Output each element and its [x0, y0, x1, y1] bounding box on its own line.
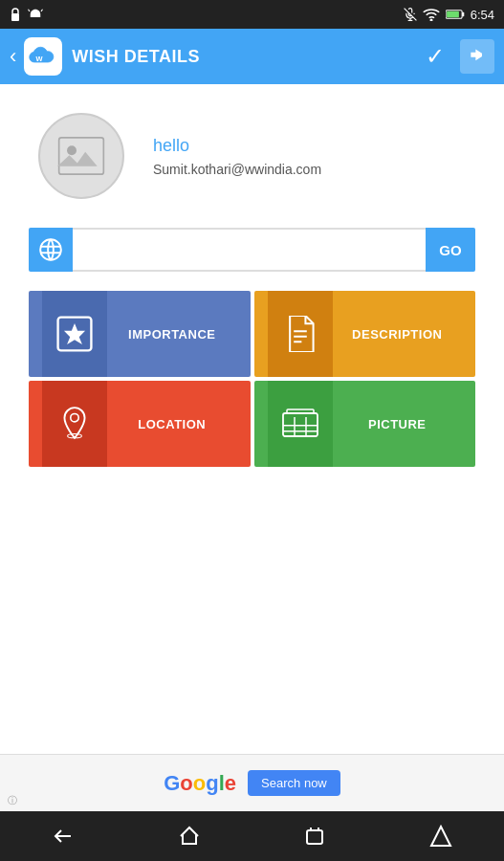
- globe-icon-container: [29, 228, 73, 272]
- picture-tile[interactable]: PICTURE: [254, 381, 476, 467]
- share-button[interactable]: [460, 39, 494, 74]
- profile-section: hello Sumit.kothari@wwindia.com: [0, 84, 504, 218]
- svg-rect-11: [447, 11, 459, 17]
- time-display: 6:54: [471, 8, 494, 22]
- location-icon-area: [42, 381, 107, 467]
- description-tile[interactable]: DESCRIPTION: [254, 291, 476, 377]
- profile-email: Sumit.kothari@wwindia.com: [153, 162, 321, 177]
- google-logo: Google: [164, 771, 236, 796]
- nav-home-button[interactable]: [159, 817, 220, 855]
- document-icon: [284, 316, 317, 352]
- android-icon: [27, 6, 44, 23]
- app-bar: ‹ w WISH DETAILS ✓: [0, 29, 504, 84]
- svg-rect-26: [287, 409, 314, 413]
- battery-icon: [446, 9, 465, 20]
- nav-recents-icon: [303, 825, 326, 848]
- location-label: LOCATION: [107, 417, 237, 431]
- ad-banner: ⓘ Google Search now: [0, 754, 504, 811]
- svg-line-4: [41, 10, 43, 11]
- check-button[interactable]: ✓: [426, 43, 445, 70]
- picture-icon-area: [268, 381, 333, 467]
- globe-icon: [38, 237, 63, 262]
- nav-menu-icon: [429, 825, 452, 848]
- nav-back-button[interactable]: [33, 817, 94, 855]
- svg-rect-31: [307, 830, 322, 844]
- location-tile[interactable]: LOCATION: [29, 381, 251, 467]
- svg-rect-13: [59, 138, 104, 174]
- description-label: DESCRIPTION: [333, 327, 463, 342]
- svg-text:w: w: [35, 54, 44, 63]
- back-button[interactable]: ‹: [10, 44, 16, 69]
- app-title: WISH DETAILS: [72, 47, 426, 67]
- svg-rect-10: [462, 12, 464, 16]
- svg-point-23: [71, 413, 78, 421]
- profile-name: hello: [153, 136, 321, 156]
- nav-back-icon: [52, 825, 75, 848]
- importance-icon-area: [42, 291, 107, 377]
- bottom-nav: [0, 811, 504, 861]
- status-bar: 6:54: [0, 0, 504, 29]
- svg-marker-19: [64, 323, 85, 344]
- picture-icon: [281, 407, 319, 441]
- nav-recents-button[interactable]: [284, 817, 345, 855]
- picture-label: PICTURE: [333, 417, 463, 431]
- nav-home-icon: [178, 825, 201, 848]
- wifi-icon: [423, 8, 440, 21]
- svg-point-15: [40, 239, 61, 260]
- url-bar: GO: [29, 228, 475, 272]
- svg-point-8: [430, 19, 432, 21]
- url-input[interactable]: [73, 228, 426, 272]
- description-icon-area: [268, 291, 333, 377]
- svg-rect-27: [283, 425, 318, 427]
- svg-marker-34: [431, 827, 450, 846]
- importance-label: IMPORTANCE: [107, 327, 237, 342]
- svg-rect-0: [11, 13, 19, 21]
- nav-menu-button[interactable]: [410, 817, 471, 855]
- svg-line-3: [29, 10, 31, 11]
- image-placeholder-icon: [57, 136, 105, 176]
- lock-icon: [10, 7, 21, 22]
- importance-tile[interactable]: IMPORTANCE: [29, 291, 251, 377]
- svg-point-14: [67, 145, 77, 155]
- tiles-grid: IMPORTANCE DESCRIPTION LOCATION: [29, 291, 475, 467]
- ad-info-icon: ⓘ: [8, 794, 17, 807]
- go-button[interactable]: GO: [426, 228, 475, 272]
- svg-rect-28: [283, 430, 318, 432]
- avatar: [38, 113, 124, 199]
- search-now-button[interactable]: Search now: [248, 770, 340, 796]
- location-icon: [56, 406, 93, 442]
- mute-icon: [404, 7, 417, 22]
- profile-info: hello Sumit.kothari@wwindia.com: [153, 136, 321, 177]
- share-icon: [468, 47, 487, 66]
- app-logo: w: [24, 37, 62, 76]
- star-icon: [56, 316, 93, 352]
